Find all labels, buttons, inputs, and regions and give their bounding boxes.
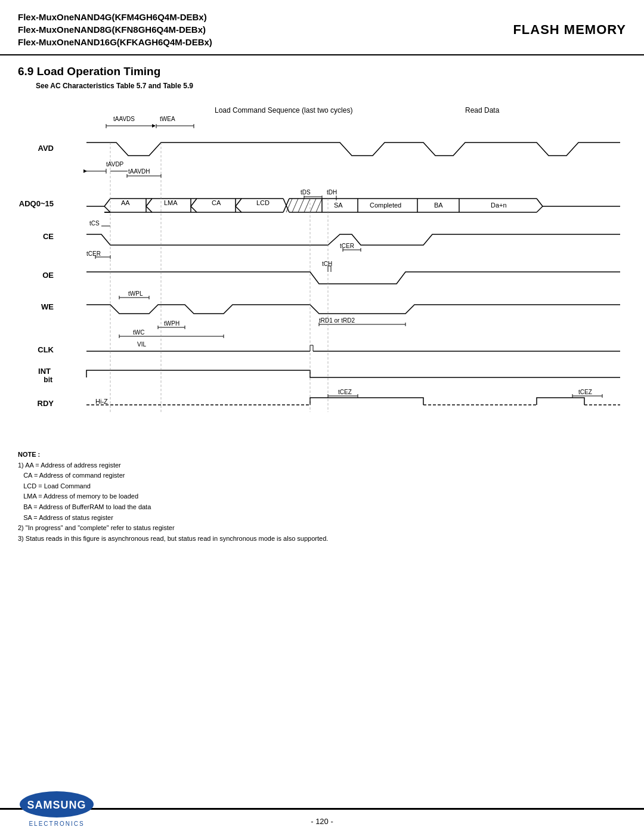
svg-line-25 [104,206,110,212]
tcs-label: tCS [89,220,100,227]
ce-label: CE [43,232,54,241]
taavds-label: tAAVDS [113,116,135,122]
page-header: Flex-MuxOneNAND4G(KFM4GH6Q4M-DEBx) Flex-… [0,0,644,55]
notes-title: NOTE : [18,450,626,460]
twea-label: tWEA [160,116,175,122]
svg-line-31 [191,199,197,206]
svg-line-43 [310,199,316,212]
int-label: INT [38,367,51,376]
seg-completed: Completed [370,202,401,209]
timing-diagram-area: Load Command Sequence (last two cycles) … [0,96,644,444]
twph-label: tWPH [164,320,179,327]
seg-lma: LMA [164,199,178,206]
seg-sa: SA [334,202,343,209]
page-footer: SAMSUNG ELECTRONICS - 120 - [0,808,644,833]
diagram-svg-container: Load Command Sequence (last two cycles) … [18,102,626,438]
svg-line-30 [191,206,197,212]
header-title-2: Flex-MuxOneNAND8G(KFN8GH6Q4M-DEBx) [18,23,212,36]
clk-label: CLK [38,345,54,354]
svg-line-28 [146,199,152,206]
int-waveform [86,370,620,377]
spacer [0,550,644,808]
twpl-label: tWPL [128,290,143,297]
seg-dapn: Da+n [491,202,507,209]
header-titles: Flex-MuxOneNAND4G(KFM4GH6Q4M-DEBx) Flex-… [18,11,212,48]
flash-memory-label: FLASH MEMORY [513,22,626,38]
timing-diagram-svg: Load Command Sequence (last two cycles) … [18,102,626,436]
samsung-logo-svg: SAMSUNG [18,789,95,819]
tdh-label: tDH [327,189,337,196]
tds-label: tDS [301,189,311,196]
tcez1-label: tCEZ [338,389,352,395]
note-line-2: CA = Address of command register [18,470,626,481]
svg-line-44 [316,199,322,212]
section-title: 6.9 Load Operation Timing [0,55,644,80]
avd-waveform [86,143,620,156]
svg-line-39 [286,199,292,212]
seg-aa: AA [121,199,130,206]
header-title-3: Flex-MuxOneNAND16G(KFKAGH6Q4M-DEBx) [18,36,212,48]
oe-waveform [86,272,620,284]
tcez2-label: tCEZ [578,389,592,395]
section-subtitle: See AC Characteristics Table 5.7 and Tab… [0,80,644,96]
svg-text:SAMSUNG: SAMSUNG [27,799,86,811]
hiz-label: Hi-Z [95,398,108,405]
read-data-label: Read Data [465,106,500,114]
tavdp-label: tAVDP [106,161,124,168]
rdy-label: RDY [38,399,54,408]
seg-ca: CA [212,199,221,206]
bit-label: bit [44,376,52,384]
tcer1-label: tCER [86,250,101,257]
svg-line-42 [304,199,310,212]
svg-line-40 [292,199,298,212]
notes-section: NOTE : 1) AA = Address of address regist… [0,444,644,550]
electronics-text: ELECTRONICS [29,820,84,827]
svg-line-34 [236,199,242,206]
svg-line-33 [236,206,242,212]
page-number: - 120 - [311,817,333,826]
svg-line-41 [298,199,304,212]
seg-ba: BA [434,202,443,209]
load-seq-label: Load Command Sequence (last two cycles) [215,106,352,114]
svg-line-65 [537,199,543,206]
svg-line-27 [146,206,152,212]
we-label: WE [41,302,54,311]
svg-line-66 [537,206,543,212]
seg-lcd: LCD [256,199,270,206]
tcer2-label: tCER [340,243,354,249]
note-line-1: 1) AA = Address of address register [18,460,626,471]
footer-logo: SAMSUNG ELECTRONICS [18,789,95,827]
avd-label: AVD [38,144,54,153]
note-line-6: SA = Address of status register [18,513,626,524]
we-waveform [86,305,620,314]
note-line-8: 3) Status reads in this figure is asynch… [18,534,626,544]
vil-label: VIL [137,341,146,348]
trd-label: tRD1 or tRD2 [319,317,355,324]
note-line-7: 2) "In progress" and "complete" refer to… [18,523,626,534]
note-line-4: LMA = Address of memory to be loaded [18,491,626,502]
page-container: Flex-MuxOneNAND4G(KFM4GH6Q4M-DEBx) Flex-… [0,0,644,833]
adq-label: ADQ0~15 [19,199,54,208]
svg-line-12 [104,199,110,206]
taavdh-label: tAAVDH [128,168,150,175]
header-title-1: Flex-MuxOneNAND4G(KFM4GH6Q4M-DEBx) [18,11,212,23]
twc-label: tWC [133,329,144,336]
note-line-5: BA = Address of BufferRAM to load the da… [18,502,626,513]
oe-label: OE [42,271,54,280]
note-line-3: LCD = Load Command [18,481,626,492]
